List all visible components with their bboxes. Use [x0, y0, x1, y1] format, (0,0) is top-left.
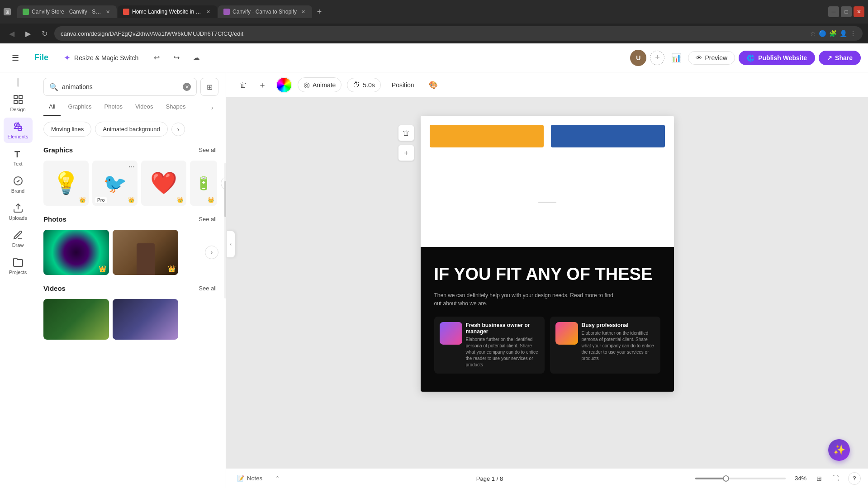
tab-photos[interactable]: Photos	[99, 99, 128, 116]
resize-magic-button[interactable]: ✦ Resize & Magic Switch	[59, 50, 143, 66]
user-avatar[interactable]: U	[630, 50, 646, 66]
forward-button[interactable]: ▶	[22, 27, 34, 40]
photo-item-person[interactable]: 👑	[113, 230, 178, 275]
menu-button[interactable]: ☰	[7, 50, 24, 66]
back-button[interactable]: ◀	[5, 27, 18, 40]
graphic-item-heart[interactable]: ❤️ 👑	[141, 161, 186, 206]
analytics-button[interactable]: 📊	[668, 50, 684, 66]
minimize-button[interactable]: ─	[828, 6, 839, 17]
help-button[interactable]: ?	[848, 472, 861, 485]
preview-icon: 👁	[696, 54, 702, 62]
sidebar-item-draw[interactable]: Draw	[4, 226, 33, 251]
tab-3-close[interactable]: ✕	[299, 8, 307, 15]
cloud-save-button[interactable]: ☁	[190, 52, 203, 64]
sidebar-uploads-label: Uploads	[9, 215, 27, 221]
maximize-button[interactable]: □	[841, 6, 852, 17]
photos-see-all-button[interactable]: See all	[197, 215, 218, 223]
add-collaborator-button[interactable]: +	[650, 51, 664, 65]
tab-graphics[interactable]: Graphics	[62, 99, 97, 116]
graphic-item-bird[interactable]: 🐦 Pro 👑 ⋯	[92, 161, 138, 206]
sidebar-item-uploads[interactable]: Uploads	[4, 199, 33, 224]
sidebar-text-label: Text	[13, 161, 22, 166]
close-window-button[interactable]: ✕	[854, 6, 864, 17]
undo-button[interactable]: ↩	[150, 52, 163, 64]
tab-2-close[interactable]: ✕	[204, 8, 212, 15]
profile-icon[interactable]: 👤	[840, 30, 847, 37]
browser-tab-3[interactable]: Canvify - Canva to Shopify ✕	[218, 5, 312, 18]
graphic-item-battery[interactable]: 🔋 👑	[190, 161, 217, 206]
shapes-icon	[13, 121, 24, 132]
card-1-content: Fresh business owner or manager Elaborat…	[466, 322, 539, 368]
new-tab-button[interactable]: +	[313, 5, 326, 18]
address-bar[interactable]: canva.com/design/DAF2gQvZkhw/AVa1fWW6kUM…	[54, 26, 863, 41]
sidebar-projects-label: Projects	[9, 270, 27, 275]
format-paint-button[interactable]: 🎨	[425, 77, 441, 93]
chip-animated-bg[interactable]: Animated background	[95, 122, 167, 137]
zoom-level-display: 34%	[789, 475, 806, 482]
bookmark-icon[interactable]: ☆	[810, 30, 816, 37]
position-button[interactable]: Position	[386, 79, 420, 91]
search-input[interactable]: animations	[62, 83, 179, 90]
sidebar-item-design[interactable]: Design	[4, 90, 33, 116]
graphic-more-icon[interactable]: ⋯	[128, 163, 135, 171]
delete-element-button[interactable]: 🗑	[235, 77, 251, 93]
chips-scroll-right[interactable]: ›	[171, 123, 185, 136]
duration-button[interactable]: ⏱ 5.0s	[347, 78, 380, 92]
draw-icon	[13, 230, 24, 241]
photo-item-vortex[interactable]: 👑	[43, 230, 109, 275]
filter-button[interactable]: ⊞	[200, 78, 218, 96]
sidebar-item-brand[interactable]: Brand	[4, 172, 33, 197]
clock-icon: ⏱	[353, 81, 360, 89]
videos-grid	[36, 299, 226, 340]
publish-button[interactable]: 🌐 Publish Website	[739, 51, 815, 65]
card-2-content: Busy professional Elaborate further on t…	[582, 322, 655, 362]
file-button[interactable]: File	[31, 51, 52, 64]
extension-icon[interactable]: 🧩	[829, 30, 837, 37]
chip-moving-lines[interactable]: Moving lines	[43, 122, 91, 137]
photos-scroll-right[interactable]: ›	[205, 246, 218, 259]
card-1-title: Fresh business owner or manager	[466, 322, 539, 335]
animate-button[interactable]: ◎ Animate	[298, 77, 342, 92]
bird-icon: 🐦	[103, 172, 127, 194]
browser-tab-2[interactable]: Home Landing Website in Blac... ✕	[118, 5, 217, 18]
tab-1-close[interactable]: ✕	[104, 8, 111, 15]
collapse-panel-button[interactable]: ‹	[226, 231, 235, 258]
apps-button[interactable]: ⊞	[4, 8, 11, 15]
magic-ai-button[interactable]: ✨	[828, 439, 850, 461]
video-item-forest[interactable]	[43, 299, 109, 340]
graphic-item-lightbulb[interactable]: 💡 👑	[43, 161, 89, 206]
tab-videos[interactable]: Videos	[130, 99, 159, 116]
expand-notes-button[interactable]: ⌃	[271, 472, 284, 485]
sidebar-item-projects[interactable]: Projects	[4, 253, 33, 279]
redo-button[interactable]: ↪	[170, 52, 183, 64]
color-wheel-button[interactable]	[276, 77, 292, 93]
search-bar[interactable]: 🔍 animations ✕	[43, 78, 197, 96]
zoom-slider[interactable]	[695, 478, 786, 479]
share-button[interactable]: ↗ Share	[819, 51, 861, 65]
video-item-laptop[interactable]	[113, 299, 178, 340]
tabs-scroll-right[interactable]: ›	[206, 99, 218, 116]
tab-all[interactable]: All	[43, 99, 61, 116]
graphics-see-all-button[interactable]: See all	[197, 146, 218, 154]
notes-button[interactable]: 📝 Notes	[233, 473, 266, 483]
canvas-delete-button[interactable]: 🗑	[398, 125, 414, 141]
browser-tab-1[interactable]: Canvify Store - Canvify - Shopify ✕	[17, 5, 117, 18]
suggestion-chips: Moving lines Animated background ›	[36, 116, 226, 140]
canvas-left-actions: 🗑 ＋	[235, 77, 270, 93]
fullscreen-button[interactable]: ⛶	[828, 471, 843, 486]
notes-icon: 📝	[237, 475, 244, 482]
videos-see-all-button[interactable]: See all	[197, 284, 218, 293]
tab-shapes[interactable]: Shapes	[160, 99, 191, 116]
refresh-button[interactable]: ↻	[38, 27, 51, 40]
add-element-button[interactable]: ＋	[254, 77, 270, 93]
zoom-thumb[interactable]	[723, 475, 729, 482]
canvas-viewport[interactable]: 🗑 ＋	[226, 98, 868, 468]
sidebar-item-elements[interactable]: Elements	[4, 118, 33, 143]
browser-tabs: Canvify Store - Canvify - Shopify ✕ Home…	[17, 5, 822, 18]
sidebar-item-text[interactable]: T Text	[4, 145, 33, 170]
clear-search-button[interactable]: ✕	[183, 83, 191, 91]
preview-button[interactable]: 👁 Preview	[688, 51, 735, 65]
canvas-add-button[interactable]: ＋	[398, 145, 414, 161]
menu-dots-icon[interactable]: ⋮	[850, 30, 856, 37]
grid-view-button[interactable]: ⊞	[812, 471, 826, 486]
